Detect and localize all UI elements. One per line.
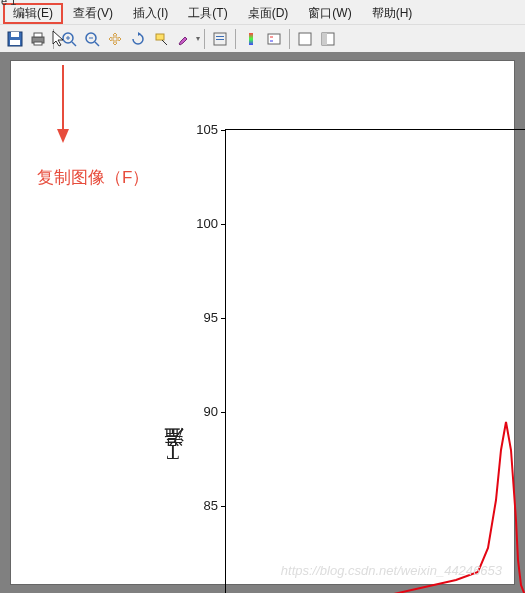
- menu-insert[interactable]: 插入(I): [123, 3, 178, 24]
- annotation-copy-image: 复制图像（F）: [37, 166, 149, 189]
- y-tick-label: 90: [204, 404, 218, 419]
- svg-rect-17: [216, 36, 224, 37]
- menu-desktop[interactable]: 桌面(D): [238, 3, 299, 24]
- layout2-icon[interactable]: [317, 28, 339, 50]
- menu-view[interactable]: 查看(V): [63, 3, 123, 24]
- svg-rect-20: [268, 34, 280, 44]
- colorbar-icon[interactable]: [240, 28, 262, 50]
- annotation-arrow-icon: [55, 65, 75, 145]
- toolbar-separator: [204, 29, 205, 49]
- menu-tools[interactable]: 工具(T): [178, 3, 237, 24]
- toolbar: ▾: [0, 25, 525, 53]
- y-tick-label: 105: [196, 122, 218, 137]
- print-icon[interactable]: [27, 28, 49, 50]
- svg-rect-18: [216, 39, 224, 40]
- layout1-icon[interactable]: [294, 28, 316, 50]
- link-icon[interactable]: [209, 28, 231, 50]
- svg-line-7: [72, 42, 76, 46]
- svg-line-15: [162, 40, 167, 45]
- toolbar-separator: [289, 29, 290, 49]
- canvas-area: 复制图像（F） 温差T 105 100 95 90 85 https://blo…: [0, 52, 525, 593]
- chart-line: [226, 130, 525, 593]
- y-axis-label: 温差T: [159, 441, 186, 463]
- svg-rect-2: [10, 40, 20, 45]
- toolbar-separator: [53, 29, 54, 49]
- legend-icon[interactable]: [263, 28, 285, 50]
- data-cursor-icon[interactable]: [150, 28, 172, 50]
- svg-rect-5: [34, 42, 42, 45]
- y-tick-label: 85: [204, 498, 218, 513]
- svg-rect-1: [11, 32, 19, 37]
- svg-rect-25: [322, 33, 327, 45]
- y-tick-label: 100: [196, 216, 218, 231]
- y-tick-label: 95: [204, 310, 218, 325]
- zoom-in-icon[interactable]: [58, 28, 80, 50]
- save-icon[interactable]: [4, 28, 26, 50]
- zoom-out-icon[interactable]: [81, 28, 103, 50]
- brush-icon[interactable]: [173, 28, 195, 50]
- title-fragment: ire 1: [0, 0, 16, 7]
- plot-axes: [225, 129, 525, 593]
- rotate-icon[interactable]: [127, 28, 149, 50]
- svg-rect-4: [34, 33, 42, 37]
- svg-rect-14: [156, 34, 164, 40]
- menu-help[interactable]: 帮助(H): [362, 3, 423, 24]
- toolbar-separator: [235, 29, 236, 49]
- watermark-text: https://blog.csdn.net/weixin_44246653: [281, 563, 502, 578]
- svg-rect-23: [299, 33, 311, 45]
- menubar: 编辑(E) 查看(V) 插入(I) 工具(T) 桌面(D) 窗口(W) 帮助(H…: [0, 3, 525, 25]
- svg-line-11: [95, 42, 99, 46]
- dropdown-chevron-icon[interactable]: ▾: [196, 34, 200, 43]
- pan-icon[interactable]: [104, 28, 126, 50]
- figure-paper: 复制图像（F） 温差T 105 100 95 90 85 https://blo…: [10, 60, 515, 585]
- svg-rect-19: [249, 33, 253, 45]
- menu-window[interactable]: 窗口(W): [298, 3, 361, 24]
- svg-marker-27: [57, 129, 69, 143]
